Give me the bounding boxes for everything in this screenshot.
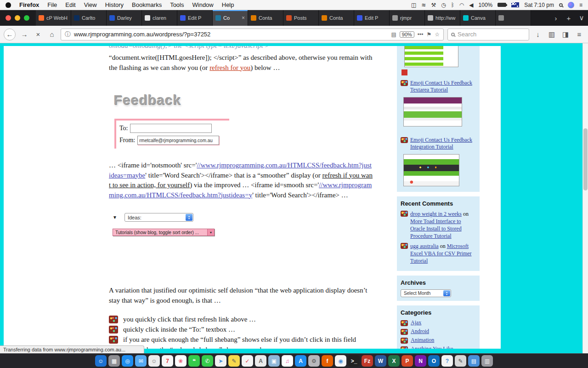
url-bar[interactable]: ⓘ www.rjmprogramming.com.au/wordpress/?p… [61, 29, 444, 40]
browser-tab[interactable]: Canva [460, 10, 496, 26]
home-button[interactable]: ⌂ [47, 30, 57, 38]
dock-maps-icon[interactable]: ➤ [215, 355, 226, 367]
dock-terminal-icon[interactable]: >_ [348, 355, 360, 367]
display-mirroring-icon[interactable]: ◫ [411, 2, 416, 8]
dock-textedit-icon[interactable]: A [255, 355, 266, 367]
active-app-name[interactable]: Firefox [19, 1, 39, 8]
downloads-icon[interactable]: ↓ [533, 30, 543, 38]
dock-finder-icon[interactable]: ☺ [95, 355, 107, 367]
browser-tab[interactable]: claren [142, 10, 177, 26]
reader-mode-icon[interactable]: ▤ [391, 31, 396, 38]
tab-close-icon[interactable]: × [242, 15, 245, 21]
ideas-select[interactable]: Ideas: ▲▼ [124, 213, 193, 222]
dock-chrome-icon[interactable]: ◉ [335, 355, 346, 367]
stop-button[interactable]: × [33, 30, 43, 38]
browser-tab[interactable]: cP WebH [36, 10, 71, 26]
menubar-menu-edit[interactable]: Edit [65, 1, 75, 8]
new-tab-button[interactable]: + [562, 10, 575, 26]
menubar-clock[interactable]: Sat 7:10 pm [524, 2, 554, 8]
menubar-menu-help[interactable]: Help [222, 1, 234, 8]
menubar-menu-history[interactable]: History [105, 1, 124, 8]
tab-overflow-arrow-icon[interactable]: › [549, 10, 562, 26]
browser-tab[interactable]: Edit P [354, 10, 390, 26]
dock-powerpoint-icon[interactable]: P [401, 355, 413, 367]
time-machine-icon[interactable]: ◷ [441, 2, 446, 8]
dock-preview-icon[interactable]: ▣ [268, 355, 280, 367]
signal-bars-icon[interactable]: ≋ [421, 2, 426, 8]
tutorial-textarea-link[interactable]: Emoji Contact Us Feedback Textarea Tutor… [410, 80, 476, 93]
dock-pencil-icon[interactable]: ✎ [455, 355, 466, 367]
scrollbar-thumb[interactable] [583, 128, 588, 190]
dock-photos-icon[interactable]: ❀ [175, 355, 187, 367]
tutorial-integration-link[interactable]: Emoji Contact Us Feedback Integration Tu… [410, 137, 476, 150]
tutorial-thumbnail[interactable] [403, 97, 462, 126]
site-info-icon[interactable]: ⓘ [65, 30, 71, 39]
tutorial-thumbnail[interactable] [404, 46, 458, 67]
close-window-button[interactable] [6, 15, 11, 21]
dock-help-icon[interactable]: ? [441, 355, 453, 367]
browser-tab[interactable]: Conta [319, 10, 354, 26]
browser-tab[interactable]: Conta [248, 10, 283, 26]
to-input[interactable] [130, 124, 212, 133]
dock-onenote-icon[interactable]: N [415, 355, 426, 367]
spotlight-search-icon[interactable] [559, 3, 563, 7]
category-link[interactable]: Ajax [411, 319, 421, 326]
notification-center-icon[interactable]: ≡ [579, 2, 582, 8]
siri-icon[interactable] [568, 2, 574, 8]
dock-facetime-icon[interactable]: ✆ [202, 355, 213, 367]
pocket-icon[interactable]: ⚑ [426, 31, 431, 38]
comment-post-link[interactable]: More Toad Interface to Oracle Install to… [410, 218, 462, 239]
sidebar-toggle-icon[interactable]: ◨ [560, 30, 571, 39]
apple-menu-icon[interactable] [6, 2, 11, 8]
dock-documents-icon[interactable]: ▤ [468, 355, 480, 367]
dock-trash-icon[interactable]: ▥ [481, 355, 493, 367]
dock-itunes-icon[interactable]: ♫ [282, 355, 293, 367]
bookmark-star-icon[interactable]: ☆ [435, 31, 440, 38]
zoom-level-badge[interactable]: 90% [400, 31, 414, 38]
dock-messages-icon[interactable]: ❝ [188, 355, 200, 367]
dock-reminders-icon[interactable]: ✓ [242, 355, 253, 367]
menubar-menu-bookmarks[interactable]: Bookmarks [132, 1, 162, 8]
menubar-menu-file[interactable]: File [47, 1, 57, 8]
page-actions-icon[interactable]: ••• [418, 31, 424, 38]
volume-icon[interactable]: ◀ [469, 2, 473, 8]
zoom-window-button[interactable] [24, 15, 29, 21]
category-link[interactable]: Animation [411, 337, 434, 344]
dock-filezilla-icon[interactable]: Fz [362, 355, 373, 367]
menu-hamburger-icon[interactable]: ≡ [574, 30, 584, 38]
dock-word-icon[interactable]: W [375, 355, 386, 367]
wifi-icon[interactable]: ◠ [459, 2, 464, 8]
category-link[interactable]: Android [411, 328, 429, 335]
dock-mail-icon[interactable]: ✉ [135, 355, 147, 367]
browser-tab[interactable]: Posts [283, 10, 319, 26]
dock-contacts-icon[interactable]: ☺ [148, 355, 160, 367]
browser-tab[interactable]: rjmpr [390, 10, 425, 26]
tools-icon[interactable]: ⚒ [431, 2, 436, 8]
menubar-menu-window[interactable]: Window [192, 1, 214, 8]
dock-launchpad-icon[interactable]: ▦ [108, 355, 120, 367]
dock-outlook-icon[interactable]: O [428, 355, 440, 367]
dock-excel-icon[interactable]: X [388, 355, 400, 367]
dock-calendar-icon[interactable]: 7 [162, 355, 173, 367]
minimize-window-button[interactable] [15, 15, 20, 21]
browser-scrollbar[interactable] [582, 43, 588, 353]
tutorial-thumbnail[interactable] [403, 154, 459, 186]
tutorials-select[interactable]: Tutorials (show blog, toggle sort order)… [113, 229, 215, 236]
battery-icon[interactable] [498, 3, 506, 7]
category-link[interactable]: Anything You Like [411, 345, 453, 349]
comment-author-link[interactable]: ugg australia [410, 243, 439, 249]
input-language-flag-icon[interactable] [511, 2, 519, 7]
dock-firefox-icon[interactable]: f [322, 355, 333, 367]
dock-appstore-icon[interactable]: A [295, 355, 306, 367]
browser-tab[interactable]: Darley [107, 10, 142, 26]
menubar-menu-tools[interactable]: Tools [170, 1, 184, 8]
menubar-menu-view[interactable]: View [84, 1, 97, 8]
tab-list-dropdown-icon[interactable]: ∨ [575, 10, 588, 26]
archives-select[interactable]: Select Month ▲▼ [401, 289, 451, 297]
browser-tab[interactable] [496, 10, 531, 26]
refresh-for-you-link[interactable]: refresh for you [209, 64, 250, 71]
search-input[interactable] [458, 31, 513, 38]
forward-button[interactable]: → [19, 30, 29, 38]
browser-tab[interactable]: Edit P [177, 10, 213, 26]
dock-notes-icon[interactable]: ✎ [228, 355, 240, 367]
